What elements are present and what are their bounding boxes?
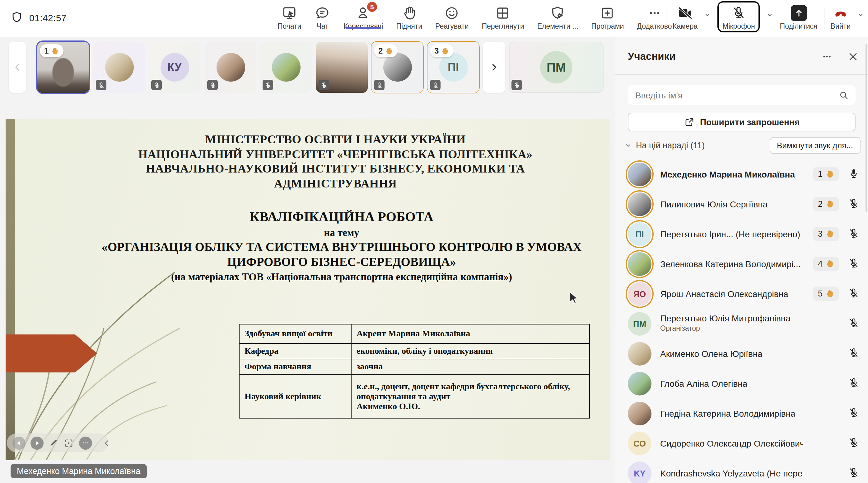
participant-row[interactable]: Гнедіна Катерина Володимирівна — [615, 399, 868, 428]
table-row: Кафедра економіки, обліку і оподаткуванн… — [239, 343, 590, 359]
close-icon[interactable] — [847, 51, 859, 63]
participant-role: Організатор — [660, 324, 700, 332]
mic-off-icon[interactable] — [847, 287, 860, 300]
participant-row[interactable]: KY Kondrashevska Yelyzaveta (Не перевіре… — [615, 458, 868, 483]
participant-row[interactable]: Акименко Олена Юріївна — [615, 339, 868, 369]
mic-off-icon[interactable] — [847, 436, 860, 449]
raised-hand-icon — [384, 47, 393, 55]
table-value-cell: Акрент Марина Миколаївна — [351, 324, 590, 343]
panel-more-icon[interactable] — [821, 51, 833, 63]
leave-options-chevron-icon[interactable] — [857, 11, 864, 19]
hand-order-badge: 2 — [374, 44, 398, 57]
search-input[interactable] — [628, 90, 838, 100]
hand-order-badge: 3 — [430, 44, 454, 57]
avatar — [216, 53, 245, 82]
annotate-button[interactable] — [49, 438, 59, 448]
focus-button[interactable] — [63, 437, 74, 448]
avatar — [272, 53, 300, 82]
mic-off-icon[interactable] — [847, 407, 860, 419]
mic-on-icon[interactable] — [847, 168, 860, 180]
table-label-cell: Здобувач вищої освіти — [239, 324, 351, 343]
mic-off-badge — [318, 80, 329, 90]
table-value-cell: заочна — [351, 359, 590, 375]
chevron-left-icon — [102, 438, 112, 448]
mute-all-button[interactable]: Вимкнути звук для... — [769, 137, 861, 154]
mic-off-badge — [96, 80, 106, 90]
participant-row[interactable]: Глоба Аліна Олегівна — [615, 369, 868, 399]
react-button[interactable]: Реагувати — [435, 0, 468, 30]
avatar-initials: ПМ — [628, 312, 651, 336]
share-invite-button[interactable]: Поширити запрошення — [628, 113, 856, 132]
more-controls-button[interactable] — [79, 436, 92, 449]
shield-gear-icon — [550, 5, 566, 21]
share-icon — [790, 5, 807, 21]
initials-tile-wide[interactable]: ПМ — [509, 42, 603, 93]
camera-button[interactable]: Камера — [673, 0, 698, 30]
initials-tile-hand-raised[interactable]: ПІ 3 — [428, 42, 479, 93]
search-icon — [838, 89, 849, 101]
avatar-initials: КУ — [160, 53, 189, 82]
ellipsis-icon — [646, 5, 662, 21]
leave-button[interactable]: Вийти — [831, 0, 850, 30]
meeting-toolbar: 01:42:57 Почати Чат 5 Користувачі Піднят… — [0, 0, 868, 37]
mic-options-chevron-icon[interactable] — [766, 11, 774, 19]
share-invite-icon — [684, 116, 695, 128]
chevron-right-icon — [489, 62, 500, 73]
smiley-icon — [444, 5, 460, 21]
table-label-cell: Форма навчання — [239, 359, 351, 375]
raise-hand-button[interactable]: Підняти — [396, 0, 422, 30]
mic-off-icon[interactable] — [847, 227, 860, 240]
hand-order-badge: 1 — [40, 44, 63, 57]
mic-off-icon[interactable] — [847, 347, 860, 359]
participants-button[interactable]: 5 Користувачі — [343, 0, 383, 30]
mic-off-icon[interactable] — [847, 197, 860, 210]
raised-hand-icon — [825, 289, 834, 298]
mic-off-icon[interactable] — [847, 257, 860, 270]
start-share-button[interactable]: Почати — [278, 0, 301, 30]
table-value-cell: економіки, обліку і оподаткування — [351, 343, 590, 359]
slide-header-line: НАЦІОНАЛЬНИЙ УНІВЕРСИТЕТ «ЧЕРНІГІВСЬКА П… — [105, 147, 566, 161]
chevron-down-icon — [624, 141, 632, 149]
participant-row[interactable]: СО Сидоренко Олександр Олексійович — [615, 428, 868, 458]
collapse-controls-button[interactable] — [102, 438, 112, 448]
participant-row[interactable]: ЯО Ярош Анастасія Олександрівна 5 — [615, 279, 868, 309]
raised-hand-icon — [825, 199, 834, 209]
view-button[interactable]: Переглянути — [482, 0, 524, 30]
mic-focus-ring: Мікрофон — [717, 1, 760, 32]
panel-scrollbar[interactable] — [866, 44, 867, 212]
avatar-tile-hand-raised[interactable]: 2 — [371, 42, 423, 93]
participant-row-organizer[interactable]: ПМ Перетятько Юлія Митрофанівна Організа… — [615, 309, 868, 339]
initials-tile[interactable]: КУ — [149, 42, 200, 93]
avatar-tile[interactable] — [93, 42, 145, 93]
meeting-elements-button[interactable]: Елементи ... — [537, 0, 578, 30]
shield-icon — [10, 10, 24, 24]
participant-row[interactable]: Зеленкова Катерина Володимирі... 4 — [615, 249, 868, 279]
toolbar-divider — [824, 7, 825, 30]
camera-options-chevron-icon[interactable] — [704, 11, 711, 19]
participants-panel: Учасники Поширити запрошення На цій нара… — [615, 37, 868, 483]
video-tile[interactable] — [316, 42, 368, 93]
filmstrip-prev-button[interactable] — [9, 42, 26, 93]
video-tile-speaker[interactable]: 1 — [37, 42, 89, 93]
screen-share-icon — [281, 5, 298, 21]
microphone-button[interactable]: Мікрофон — [722, 2, 755, 30]
mic-off-icon[interactable] — [847, 317, 860, 330]
mic-off-icon[interactable] — [847, 466, 860, 479]
previous-slide-button[interactable] — [12, 436, 26, 449]
avatar-tile[interactable] — [260, 42, 312, 93]
mouse-cursor — [569, 291, 581, 305]
participant-row[interactable]: Мехеденко Марина Миколаївна 1 — [615, 160, 868, 189]
section-header[interactable]: На цій нараді (11) — [624, 141, 705, 150]
avatar-tile[interactable] — [205, 42, 256, 93]
filmstrip-next-button[interactable] — [483, 42, 505, 93]
participant-row[interactable]: Пилипович Юлія Сергіївна 2 — [615, 189, 868, 219]
avatar-initials: ЯО — [628, 282, 651, 306]
participant-row[interactable]: ПІ Перетятько Ірин... (Не перевірено) 3 — [615, 219, 868, 249]
raised-hand-icon — [825, 229, 834, 238]
chat-button[interactable]: Чат — [314, 0, 331, 30]
apps-button[interactable]: Програми — [591, 0, 624, 30]
mic-off-icon[interactable] — [847, 377, 860, 389]
participant-list: Мехеденко Марина Миколаївна 1 Пилипович … — [615, 160, 868, 483]
share-button[interactable]: Поділитися — [780, 0, 817, 30]
next-slide-button[interactable] — [30, 436, 43, 449]
